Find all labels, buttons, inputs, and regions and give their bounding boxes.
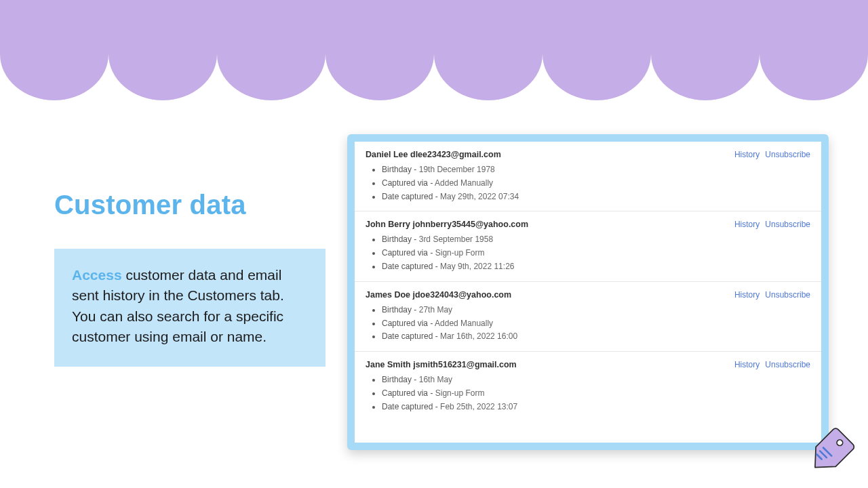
tag-icon [802, 424, 860, 483]
detail-label: Date captured [382, 331, 433, 341]
customer-row: John Berry johnberry35445@yahoo.comHisto… [355, 211, 821, 281]
customer-row: Jane Smith jsmith516231@gmail.comHistory… [355, 352, 821, 421]
customer-header: Jane Smith jsmith516231@gmail.comHistory… [366, 360, 810, 369]
unsubscribe-link[interactable]: Unsubscribe [765, 150, 810, 159]
unsubscribe-link[interactable]: Unsubscribe [765, 220, 810, 229]
customer-details: Birthday - 16th MayCaptured via - Sign-u… [366, 373, 810, 413]
customer-detail-item: Birthday - 27th May [382, 304, 810, 317]
detail-label: Captured via [382, 388, 428, 398]
history-link[interactable]: History [734, 150, 760, 159]
customers-panel-frame: Daniel Lee dlee23423@gmail.comHistoryUns… [347, 134, 829, 450]
customer-detail-item: Date captured - Mar 16th, 2022 16:00 [382, 330, 810, 344]
customer-detail-item: Birthday - 3rd September 1958 [382, 233, 810, 247]
unsubscribe-link[interactable]: Unsubscribe [765, 290, 810, 300]
customer-name-text: Daniel Lee [366, 150, 408, 159]
customer-email: johnberry35445@yahoo.com [412, 220, 528, 229]
customer-details: Birthday - 3rd September 1958Captured vi… [366, 233, 810, 273]
customer-name: Daniel Lee dlee23423@gmail.com [366, 150, 501, 159]
customer-email: jdoe324043@yahoo.com [413, 290, 512, 300]
customer-detail-item: Date captured - May 29th, 2022 07:34 [382, 190, 810, 204]
detail-label: Captured via [382, 178, 428, 188]
customer-name: John Berry johnberry35445@yahoo.com [366, 220, 528, 229]
customer-actions: HistoryUnsubscribe [729, 220, 810, 229]
page-title: Customer data [54, 190, 326, 220]
customer-detail-item: Captured via - Added Manually [382, 177, 810, 190]
detail-value: 27th May [419, 305, 452, 314]
detail-label: Date captured [382, 262, 433, 271]
history-link[interactable]: History [734, 220, 760, 229]
detail-label: Date captured [382, 402, 433, 411]
customer-detail-item: Captured via - Added Manually [382, 317, 810, 331]
detail-value: Sign-up Form [435, 248, 485, 258]
customer-name: Jane Smith jsmith516231@gmail.com [366, 360, 517, 369]
customer-detail-item: Captured via - Sign-up Form [382, 247, 810, 260]
detail-label: Birthday [382, 235, 412, 244]
customer-detail-item: Birthday - 19th December 1978 [382, 163, 810, 177]
detail-value: Mar 16th, 2022 16:00 [440, 331, 517, 341]
detail-label: Birthday [382, 305, 412, 314]
detail-value: Added Manually [435, 319, 493, 328]
customer-details: Birthday - 19th December 1978Captured vi… [366, 163, 810, 203]
description-box: Access customer data and email sent hist… [54, 249, 326, 367]
customer-name-text: Jane Smith [366, 360, 411, 369]
customer-header: Daniel Lee dlee23423@gmail.comHistoryUns… [366, 150, 810, 159]
customer-actions: HistoryUnsubscribe [729, 290, 810, 300]
description-accent: Access [72, 267, 122, 283]
detail-value: 16th May [419, 375, 452, 384]
customer-header: John Berry johnberry35445@yahoo.comHisto… [366, 220, 810, 229]
customer-row: Daniel Lee dlee23423@gmail.comHistoryUns… [355, 142, 821, 211]
detail-value: 19th December 1978 [419, 165, 495, 174]
customer-details: Birthday - 27th MayCaptured via - Added … [366, 304, 810, 344]
history-link[interactable]: History [734, 360, 760, 369]
detail-label: Captured via [382, 319, 428, 328]
customer-detail-item: Captured via - Sign-up Form [382, 387, 810, 401]
detail-value: May 29th, 2022 07:34 [440, 192, 519, 201]
customer-row: James Doe jdoe324043@yahoo.comHistoryUns… [355, 282, 821, 352]
customer-email: jsmith516231@gmail.com [413, 360, 517, 369]
customers-panel: Daniel Lee dlee23423@gmail.comHistoryUns… [355, 142, 821, 443]
customer-actions: HistoryUnsubscribe [729, 360, 810, 369]
detail-label: Captured via [382, 248, 428, 258]
detail-label: Birthday [382, 165, 412, 174]
customer-header: James Doe jdoe324043@yahoo.comHistoryUns… [366, 290, 810, 300]
detail-label: Date captured [382, 192, 433, 201]
customer-detail-item: Date captured - Feb 25th, 2022 13:07 [382, 401, 810, 414]
customer-name-text: James Doe [366, 290, 410, 300]
customer-name: James Doe jdoe324043@yahoo.com [366, 290, 511, 300]
history-link[interactable]: History [734, 290, 760, 300]
detail-value: 3rd September 1958 [419, 235, 493, 244]
customer-actions: HistoryUnsubscribe [729, 150, 810, 159]
customer-name-text: John Berry [366, 220, 410, 229]
unsubscribe-link[interactable]: Unsubscribe [765, 360, 810, 369]
detail-value: May 9th, 2022 11:26 [440, 262, 514, 271]
detail-value: Sign-up Form [435, 388, 485, 398]
customer-detail-item: Date captured - May 9th, 2022 11:26 [382, 260, 810, 274]
detail-value: Added Manually [435, 178, 493, 188]
scallop-header [0, 0, 868, 102]
customer-email: dlee23423@gmail.com [410, 150, 501, 159]
detail-value: Feb 25th, 2022 13:07 [440, 402, 517, 411]
customer-detail-item: Birthday - 16th May [382, 373, 810, 387]
detail-label: Birthday [382, 375, 412, 384]
